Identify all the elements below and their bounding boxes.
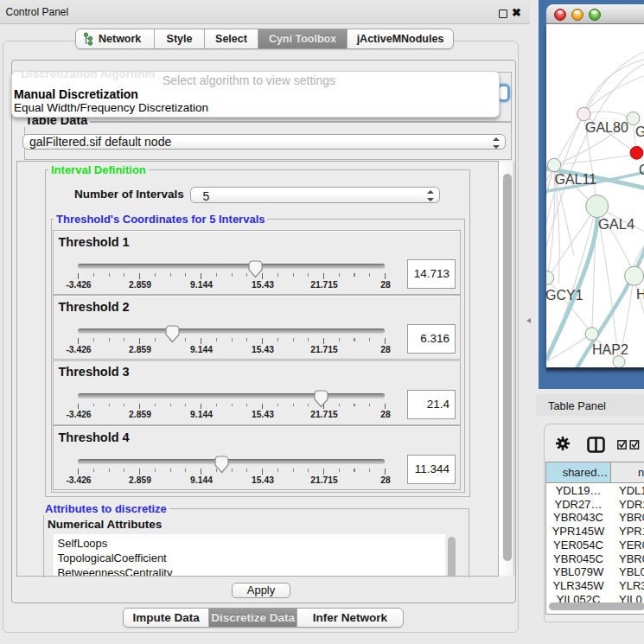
svg-text:C: C bbox=[639, 163, 644, 177]
svg-text:GAL4: GAL4 bbox=[598, 216, 634, 232]
svg-text:HAP2: HAP2 bbox=[592, 342, 628, 357]
svg-text:GAL80: GAL80 bbox=[585, 120, 628, 135]
svg-text:GAL11: GAL11 bbox=[555, 172, 597, 187]
svg-text:H: H bbox=[636, 287, 644, 302]
svg-text:GA: GA bbox=[635, 124, 644, 139]
svg-text:GCY1: GCY1 bbox=[546, 288, 583, 303]
